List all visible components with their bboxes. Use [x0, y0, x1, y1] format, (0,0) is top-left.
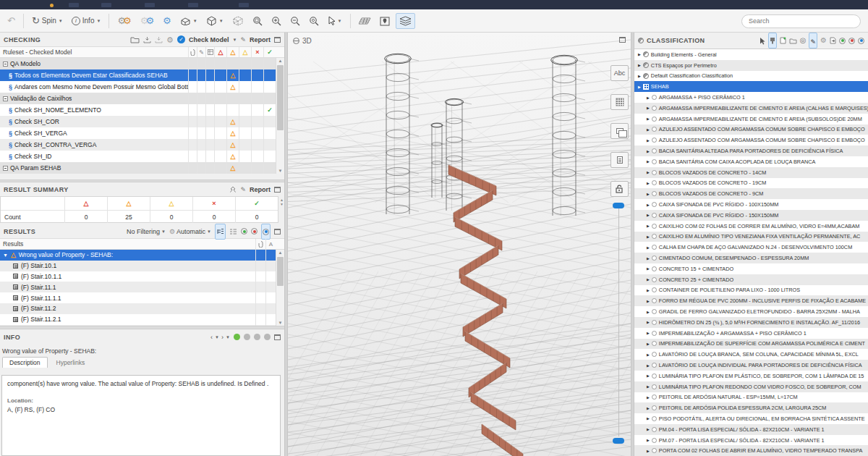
classification-item-row[interactable]: ▶CAIXILHO COM 02 FOLHAS DE CORRER EM ALU… — [634, 221, 868, 232]
edit-column-icon[interactable]: ✎ — [197, 47, 205, 57]
prev-result-button[interactable]: ‹ — [210, 334, 213, 341]
rule-row[interactable]: §Todos os Elementos Devem Estar Classifi… — [0, 69, 276, 81]
expand-arrow-icon[interactable]: ▶ — [647, 159, 650, 164]
expand-arrow-icon[interactable]: ▶ — [647, 224, 650, 228]
table-column-icon[interactable] — [205, 47, 214, 57]
paint-classification-button[interactable] — [768, 33, 777, 48]
status-gray-icon-2[interactable] — [254, 334, 260, 340]
model-settings-blue-button[interactable]: ⚙⚙ — [137, 14, 157, 28]
collapse-box[interactable] — [3, 62, 8, 67]
summary-report-button[interactable]: Report — [250, 186, 271, 193]
classification-item-row[interactable]: ▶BACIA SANITÁRIA ALTEADA PARA PORTADORES… — [634, 145, 868, 156]
expand-arrow-icon[interactable]: ▶ — [647, 406, 650, 410]
zoom-extents-button[interactable] — [306, 14, 322, 28]
classification-item-row[interactable]: ▶LUMINÁRIA TIPO PLAFON EM PLÁSTICO, DE S… — [634, 371, 868, 381]
open-classification-icon[interactable] — [789, 38, 797, 44]
classification-item-row[interactable]: ▶BLOCOS VAZADOS DE CONCRETO - 19CM — [634, 178, 868, 189]
result-issue-row[interactable]: ▼△Wrong value of Property - SEHAB: — [0, 250, 276, 261]
classification-item-row[interactable]: ▶CAIXILHO EM ALUMÍNIO TIPO VENEZIANA FIX… — [634, 232, 868, 242]
expand-arrow-icon[interactable]: ▶ — [647, 245, 650, 250]
expand-arrow-icon[interactable]: ▶ — [647, 127, 650, 132]
result-component-row[interactable]: (F) Stair.11.2 — [0, 303, 276, 314]
selection-basket-button[interactable]: ▼ — [177, 14, 200, 28]
classification-item-row[interactable]: ▶BLOCOS VAZADOS DE CONCRETO - 14CM — [634, 167, 868, 178]
rule-row[interactable]: §Check SH_NOME_ELEMENTO✓ — [0, 104, 276, 116]
expand-arrow-icon[interactable]: ▶ — [647, 352, 650, 357]
classification-item-row[interactable]: ▶CIMENTADO COMUM, DESEMPENADO - ESPESSUR… — [634, 253, 868, 263]
copy-image-button[interactable] — [610, 123, 629, 139]
classification-item-row[interactable]: ▶CONCRETO 15 + CIMENTADO — [634, 263, 868, 274]
open-ruleset-icon[interactable] — [130, 36, 140, 43]
checking-maximize-icon[interactable] — [274, 37, 281, 43]
export-classification-icon[interactable] — [830, 37, 836, 44]
expand-icon[interactable]: ▼ — [3, 253, 8, 258]
expand-arrow-icon[interactable]: ▶ — [647, 266, 650, 271]
settings-gear-icon[interactable]: ⚙ — [166, 36, 174, 43]
expand-arrow-icon[interactable]: ▶ — [647, 149, 650, 153]
info-button[interactable]: i Info ▼ — [69, 14, 104, 28]
classification-item-row[interactable]: ▶BLOCOS VAZADOS DE CONCRETO - 9CM — [634, 188, 868, 199]
expand-arrow-icon[interactable]: ▶ — [647, 416, 650, 421]
spin-button[interactable]: ↻ Spin ▼ — [29, 14, 66, 28]
expand-arrow-icon[interactable]: ▶ — [638, 52, 641, 56]
section-box-button[interactable] — [229, 14, 247, 28]
rule-group-row[interactable]: Validação de Caixilhos — [0, 93, 276, 104]
measure-grid-button[interactable] — [356, 14, 374, 28]
results-attachment-icon[interactable] — [255, 239, 265, 249]
component-settings-button[interactable]: ⚙ — [160, 14, 174, 28]
view-cube-button[interactable]: ▼ — [203, 14, 226, 28]
expand-arrow-icon[interactable]: ▶ — [647, 203, 650, 207]
rule-row[interactable]: §Check SH_ID△ — [0, 151, 276, 162]
results-autoname-icon[interactable]: A — [265, 239, 276, 249]
classification-item-row[interactable]: ▶LAVATÓRIO DE LOUÇA INDIVIDUAL PARA PORT… — [634, 360, 868, 371]
summary-maximize-icon[interactable] — [274, 187, 281, 193]
expand-arrow-icon[interactable]: ▶ — [647, 256, 650, 261]
import-secondary-icon[interactable] — [155, 36, 163, 43]
classification-item-row[interactable]: ▶ARGAMASSA + PISO CERÂMICO 1 — [634, 92, 868, 103]
expand-arrow-icon[interactable]: ▶ — [647, 373, 650, 378]
edit-classification-button[interactable]: ✎ — [809, 33, 817, 48]
prev-result-caret[interactable]: ▼ — [215, 335, 219, 339]
select-arrow-icon[interactable] — [759, 37, 765, 45]
status-gray-icon-3[interactable] — [264, 334, 271, 340]
text-labels-button[interactable]: Abc — [610, 65, 629, 81]
classification-hide-button[interactable] — [848, 38, 855, 44]
show-all-button[interactable] — [241, 228, 247, 235]
info-maximize-icon[interactable] — [274, 334, 281, 340]
snapshot-document-button[interactable] — [610, 152, 629, 168]
undo-button[interactable]: ↶ — [4, 14, 18, 28]
expand-arrow-icon[interactable]: ▶ — [647, 170, 650, 174]
attachment-column-icon[interactable] — [188, 47, 197, 57]
classification-item-row[interactable]: ▶LUMINÁRIA TIPO PLAFON REDONDO COM VIDRO… — [634, 381, 868, 392]
expand-arrow-icon[interactable]: ▶ — [647, 384, 650, 389]
classification-item-row[interactable]: ▶BACIA SANITÁRIA COM CAIXA ACOPLADA DE L… — [634, 156, 868, 167]
classification-system-row[interactable]: ▶Building Elements - General — [634, 49, 868, 60]
expand-arrow-icon[interactable]: ▶ — [647, 299, 650, 303]
results-maximize-icon[interactable] — [274, 229, 281, 235]
expand-arrow-icon[interactable]: ▶ — [647, 395, 650, 400]
classification-item-row[interactable]: ▶IMPERMEABILIZAÇÃO DE SUPERFÍCIE COM ARG… — [634, 339, 868, 350]
classification-item-row[interactable]: ▶CONCRETO 25 + CIMENTADO — [634, 274, 868, 285]
expand-arrow-icon[interactable]: ▶ — [638, 74, 641, 78]
classification-item-row[interactable]: ▶PISO PODOTÁTIL, ALERTA OU DIRECIONAL, E… — [634, 413, 868, 424]
severity-moderate-icon[interactable]: △ — [226, 47, 239, 57]
tab-hyperlinks[interactable]: Hyperlinks — [49, 357, 93, 368]
severity-critical-icon[interactable]: △ — [214, 47, 226, 57]
expand-arrow-icon[interactable]: ▶ — [647, 235, 650, 239]
expand-arrow-icon[interactable]: ▶ — [647, 320, 650, 324]
expand-arrow-icon[interactable]: ▶ — [647, 138, 650, 143]
model-settings-orange-button[interactable]: ⚙⚙ — [114, 14, 134, 28]
hide-button[interactable] — [251, 228, 258, 235]
section-slider-top-handle[interactable] — [613, 203, 624, 208]
zoom-window-button[interactable] — [250, 14, 265, 28]
classification-item-row[interactable]: ▶CAIXA SIFONADA DE PVC RÍGIDO - 150X150M… — [634, 210, 868, 221]
rule-group-row[interactable]: QA Modelo — [0, 58, 276, 69]
pin-icon[interactable] — [229, 186, 237, 193]
3d-viewport[interactable]: 3D Abc — [288, 33, 631, 456]
status-green-icon[interactable] — [234, 334, 240, 340]
classification-item-row[interactable]: ▶PM.07 - PORTA LISA ESPECIAL/ SÓLIDA - 8… — [634, 435, 868, 446]
section-slider-track[interactable] — [618, 208, 619, 436]
select-tool-button[interactable]: ▼ — [325, 14, 345, 28]
section-slider-bottom-handle[interactable] — [613, 438, 624, 444]
import-icon[interactable] — [143, 36, 151, 43]
